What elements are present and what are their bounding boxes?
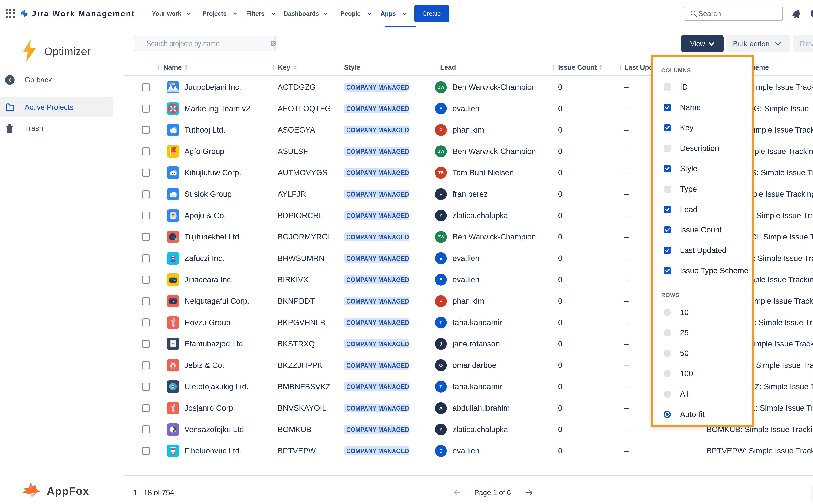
svg-text:(: ( [169, 214, 170, 217]
svg-text:): ) [176, 214, 177, 217]
